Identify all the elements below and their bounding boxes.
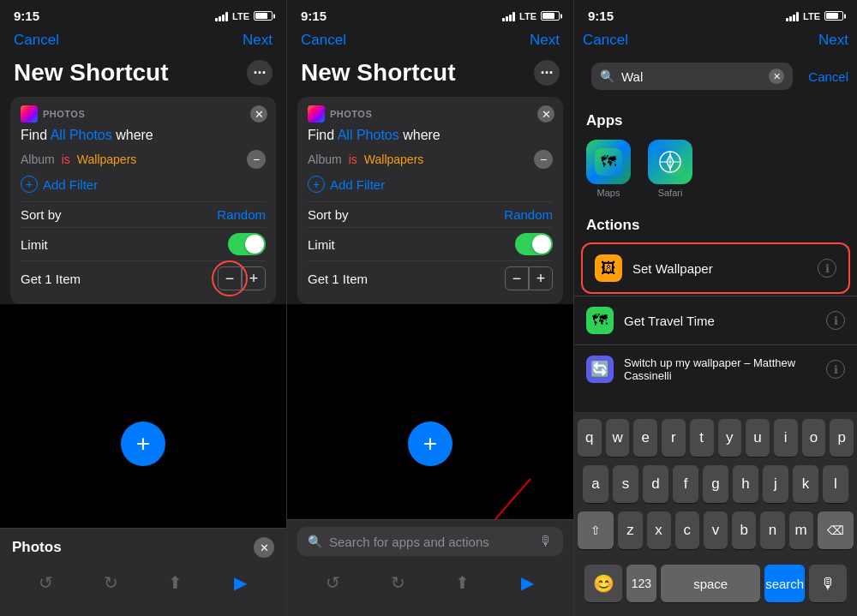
sort-row-2: Sort by Random: [308, 201, 553, 227]
key-p[interactable]: p: [830, 419, 854, 457]
key-j[interactable]: j: [763, 465, 788, 503]
remove-filter-button-1[interactable]: −: [247, 150, 266, 169]
safari-app-label: Safari: [658, 188, 683, 198]
add-filter-row-1[interactable]: + Add Filter: [21, 176, 266, 193]
key-m[interactable]: m: [789, 511, 813, 549]
app-item-safari[interactable]: Safari: [648, 140, 692, 198]
add-filter-row-2[interactable]: + Add Filter: [308, 176, 553, 193]
mic-icon-2[interactable]: 🎙: [539, 534, 553, 549]
search-input-right[interactable]: Wal: [621, 69, 762, 84]
key-r[interactable]: r: [662, 419, 686, 457]
add-shortcut-button-2[interactable]: +: [408, 404, 452, 483]
key-mic[interactable]: 🎙: [809, 565, 847, 602]
action-item-get-travel[interactable]: 🗺 Get Travel Time ℹ: [574, 296, 857, 344]
key-i[interactable]: i: [774, 419, 798, 457]
find-row-2: Find All Photos where: [308, 128, 553, 143]
key-emoji[interactable]: 😊: [584, 565, 622, 602]
cancel-button-2[interactable]: Cancel: [301, 32, 346, 49]
key-b[interactable]: b: [732, 511, 756, 549]
action-card-header-1: PHOTOS: [21, 105, 266, 123]
apps-row: 🗺 Maps Safari: [574, 136, 857, 208]
key-space[interactable]: space: [661, 565, 760, 602]
key-search[interactable]: search: [764, 565, 805, 602]
limit-row-2: Limit: [308, 227, 553, 260]
key-x[interactable]: x: [647, 511, 671, 549]
forward-icon-2[interactable]: ↻: [385, 570, 411, 595]
right-next-nav[interactable]: Next: [818, 32, 848, 49]
cancel-search-button[interactable]: Cancel: [808, 69, 848, 84]
clear-search-button[interactable]: ✕: [769, 69, 784, 84]
key-delete[interactable]: ⌫: [818, 511, 854, 549]
status-bar-2: 9:15 LTE: [287, 0, 573, 28]
lte-label-1: LTE: [232, 11, 249, 21]
status-icons-2: LTE: [502, 11, 560, 21]
add-shortcut-button-1[interactable]: +: [121, 404, 165, 483]
next-button-1[interactable]: Next: [243, 32, 273, 49]
travel-info-button[interactable]: ℹ: [826, 311, 845, 330]
search-placeholder-2: Search for apps and actions: [329, 535, 532, 549]
limit-toggle-1[interactable]: [228, 233, 266, 255]
key-shift[interactable]: ⇧: [578, 511, 614, 549]
wallpaper-info-button[interactable]: ℹ: [818, 259, 836, 278]
key-n[interactable]: n: [760, 511, 784, 549]
close-card-button-1[interactable]: ✕: [250, 105, 267, 123]
status-time-2: 9:15: [301, 9, 327, 23]
key-123[interactable]: 123: [626, 565, 656, 602]
search-active-bar[interactable]: 🔍 Wal ✕: [591, 63, 793, 90]
key-h[interactable]: h: [733, 465, 758, 503]
key-z[interactable]: z: [618, 511, 642, 549]
photos-icon-2: [308, 105, 325, 123]
travel-action-label: Get Travel Time: [624, 314, 816, 328]
highlight-circle: −: [218, 266, 242, 290]
close-sheet-button-1[interactable]: ✕: [254, 537, 274, 558]
sort-value-1[interactable]: Random: [217, 207, 266, 222]
key-o[interactable]: o: [802, 419, 826, 457]
play-icon-2[interactable]: ▶: [514, 570, 540, 595]
key-f[interactable]: f: [673, 465, 698, 503]
key-q[interactable]: q: [578, 419, 602, 457]
switch-info-button[interactable]: ℹ: [826, 360, 845, 379]
app-item-maps[interactable]: 🗺 Maps: [586, 140, 631, 198]
key-y[interactable]: y: [718, 419, 742, 457]
key-t[interactable]: t: [690, 419, 714, 457]
next-button-2[interactable]: Next: [530, 32, 560, 49]
back-icon-1[interactable]: ↺: [33, 570, 59, 595]
close-card-button-2[interactable]: ✕: [537, 105, 554, 123]
forward-icon-1[interactable]: ↻: [98, 570, 123, 595]
cancel-button-1[interactable]: Cancel: [14, 32, 59, 49]
keyboard-row-1: q w e r t y u i o p: [578, 419, 854, 457]
key-u[interactable]: u: [746, 419, 770, 457]
key-c[interactable]: c: [675, 511, 699, 549]
bottom-sheet-1: Photos ✕ ↺ ↻ ⬆ ▶: [0, 528, 286, 616]
key-d[interactable]: d: [643, 465, 668, 503]
back-icon-2[interactable]: ↺: [321, 570, 346, 595]
share-icon-2[interactable]: ⬆: [450, 570, 476, 595]
action-item-switch-wallpaper[interactable]: 🔄 Switch up my wallpaper – Matthew Cassi…: [574, 344, 857, 393]
play-icon-1[interactable]: ▶: [227, 570, 253, 595]
key-s[interactable]: s: [613, 465, 638, 503]
remove-filter-button-2[interactable]: −: [534, 150, 553, 169]
key-g[interactable]: g: [703, 465, 728, 503]
toolbar-icons-2: ↺ ↻ ⬆ ▶: [287, 563, 573, 616]
key-w[interactable]: w: [606, 419, 630, 457]
search-bar-2[interactable]: 🔍 Search for apps and actions 🎙: [297, 527, 563, 556]
increment-button-2[interactable]: +: [529, 266, 553, 290]
maps-app-icon: 🗺: [586, 140, 631, 184]
nav-bar-2: Cancel Next: [287, 28, 573, 56]
key-k[interactable]: k: [793, 465, 818, 503]
key-e[interactable]: e: [633, 419, 657, 457]
decrement-button-2[interactable]: −: [505, 266, 529, 290]
search-icon-right: 🔍: [600, 69, 614, 83]
share-icon-1[interactable]: ⬆: [163, 570, 189, 595]
right-cancel-nav[interactable]: Cancel: [583, 32, 628, 49]
more-button-1[interactable]: ···: [247, 60, 273, 86]
actions-section-header: Actions: [574, 208, 857, 241]
decrement-button-1[interactable]: −: [218, 266, 242, 290]
action-item-set-wallpaper[interactable]: 🖼 Set Wallpaper ℹ: [581, 242, 850, 294]
sort-value-2[interactable]: Random: [504, 207, 553, 222]
key-a[interactable]: a: [583, 465, 608, 503]
key-v[interactable]: v: [704, 511, 728, 549]
key-l[interactable]: l: [823, 465, 848, 503]
limit-toggle-2[interactable]: [515, 233, 553, 255]
more-button-2[interactable]: ···: [534, 60, 560, 86]
